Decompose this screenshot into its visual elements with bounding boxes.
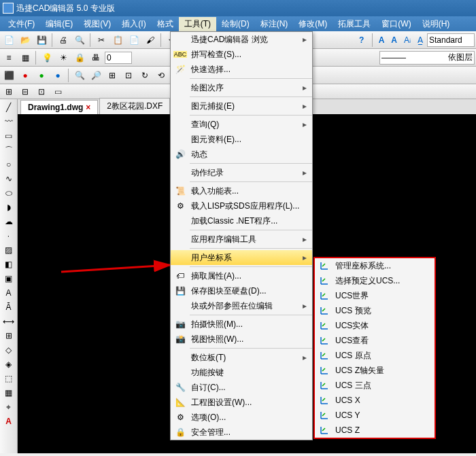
menu-insert[interactable]: 插入(I) xyxy=(116,17,151,31)
tb3-3[interactable]: ● xyxy=(34,68,49,83)
misc5-icon[interactable]: ⌖ xyxy=(1,400,16,414)
menu-item[interactable]: 用户坐标系▸ xyxy=(171,250,312,265)
text-a1[interactable]: A xyxy=(376,35,388,45)
menu-item[interactable]: 图元捕捉(E)▸ xyxy=(171,99,312,113)
menu-tools[interactable]: 工具(T) xyxy=(179,17,216,31)
menu-item[interactable]: 迅捷CAD编辑器 浏览▸ xyxy=(171,32,312,47)
menu-annotate[interactable]: 标注(N) xyxy=(255,17,294,31)
brush-icon[interactable]: 🖌 xyxy=(143,33,158,48)
menu-item[interactable]: 🔧自订(C)... xyxy=(171,380,312,395)
cut-icon[interactable]: ✂ xyxy=(94,33,109,48)
ucs-item[interactable]: UCS 三点 xyxy=(315,378,435,393)
misc3-icon[interactable]: ⬚ xyxy=(1,372,16,385)
menu-item[interactable]: 加载Classic .NET程序... xyxy=(171,213,312,228)
ucs-item[interactable]: UCS 预览 xyxy=(315,303,435,318)
menu-item[interactable]: 块或外部参照在位编辑▸ xyxy=(171,298,312,313)
new-icon[interactable]: 📄 xyxy=(1,33,16,48)
region-icon[interactable]: ◧ xyxy=(1,258,16,271)
menu-item[interactable]: 📸视图快照(W)... xyxy=(171,332,312,347)
spline-icon[interactable]: ∿ xyxy=(1,172,16,186)
menu-item[interactable]: 📷拍摄快照(M)... xyxy=(171,317,312,332)
rect-icon[interactable]: ▭ xyxy=(1,129,16,143)
tb4-2[interactable]: ⊟ xyxy=(18,84,33,99)
menu-item[interactable]: 绘图次序▸ xyxy=(171,80,312,95)
polyline-icon[interactable]: 〰 xyxy=(1,115,16,128)
bulb-icon[interactable]: 💡 xyxy=(39,50,54,65)
text-a4[interactable]: A̲ xyxy=(415,35,426,45)
menu-item[interactable]: 查询(Q)▸ xyxy=(171,117,312,132)
menu-file[interactable]: 文件(F) xyxy=(3,17,40,31)
ellipse-icon[interactable]: ⬭ xyxy=(1,186,16,200)
sun-icon[interactable]: ☀ xyxy=(56,50,71,65)
misc6-icon[interactable]: A xyxy=(1,415,16,428)
menu-help[interactable]: 说明(H) xyxy=(417,17,456,31)
menu-item[interactable]: 🏷摘取属性(A)... xyxy=(171,268,312,283)
save-icon[interactable]: 💾 xyxy=(34,33,49,48)
tb3-5[interactable]: 🔍 xyxy=(72,68,87,83)
ucs-item[interactable]: 选择预定义UCS... xyxy=(315,273,435,288)
menu-edit[interactable]: 编辑(E) xyxy=(40,17,78,31)
style-combo[interactable]: Standard xyxy=(427,33,475,47)
menu-item[interactable]: 功能按键 xyxy=(171,365,312,380)
menu-item[interactable]: 💾保存图块至硬盘(D)... xyxy=(171,283,312,298)
ucs-item[interactable]: UCS 原点 xyxy=(315,348,435,363)
menu-item[interactable]: 图元资料(E)... xyxy=(171,132,312,147)
paste-icon[interactable]: 📄 xyxy=(126,33,141,48)
ucs-item[interactable]: UCS X xyxy=(315,393,435,408)
table-icon[interactable]: ⊞ xyxy=(1,329,16,343)
ucs-item[interactable]: UCS世界 xyxy=(315,288,435,303)
layer-input[interactable] xyxy=(105,52,132,64)
linetype-combo[interactable]: ———依图层 xyxy=(379,51,475,65)
open-icon[interactable]: 📂 xyxy=(18,33,33,48)
menu-window[interactable]: 窗口(W) xyxy=(376,17,416,31)
menu-item[interactable]: 🪄快速选择... xyxy=(171,62,312,77)
tb3-10[interactable]: ⟲ xyxy=(154,68,169,83)
menu-item[interactable]: 📜载入功能表... xyxy=(171,183,312,198)
tb3-7[interactable]: ⊞ xyxy=(105,68,120,83)
block-icon[interactable]: ▣ xyxy=(1,272,16,285)
tab-flower[interactable]: 2教区花园.DXF xyxy=(99,98,170,114)
menu-item[interactable]: 数位板(T)▸ xyxy=(171,350,312,365)
help-icon[interactable]: ? xyxy=(354,33,369,48)
tb3-2[interactable]: ● xyxy=(18,68,33,83)
ucs-item[interactable]: UCS Z轴矢量 xyxy=(315,363,435,378)
menu-item[interactable]: ABC拼写检查(S)... xyxy=(171,47,312,62)
menu-expand[interactable]: 拓展工具 xyxy=(333,17,376,31)
menu-draw[interactable]: 绘制(D) xyxy=(216,17,255,31)
text-a2[interactable]: A xyxy=(388,35,400,45)
circle-icon[interactable]: ○ xyxy=(1,158,16,171)
close-icon[interactable]: × xyxy=(86,103,90,112)
menu-item[interactable]: 动作纪录▸ xyxy=(171,165,312,180)
menu-item[interactable]: 🔊动态 xyxy=(171,147,312,162)
menu-format[interactable]: 格式 xyxy=(152,17,179,31)
dim-icon[interactable]: ⟷ xyxy=(1,315,16,328)
tb4-4[interactable]: ▭ xyxy=(50,84,65,99)
menu-item[interactable]: ⚙选项(O)... xyxy=(171,410,312,425)
tb4-1[interactable]: ⊞ xyxy=(1,84,16,99)
tb3-6[interactable]: 🔎 xyxy=(88,68,103,83)
text-a3[interactable]: Aᵢ xyxy=(401,35,413,45)
ucs-item[interactable]: UCS Y xyxy=(315,408,435,423)
text-icon[interactable]: A xyxy=(1,286,16,300)
misc2-icon[interactable]: ◈ xyxy=(1,357,16,371)
print2-icon[interactable]: 🖶 xyxy=(88,50,103,65)
point-icon[interactable]: · xyxy=(1,229,16,243)
mtext-icon[interactable]: Ā xyxy=(1,300,16,314)
menu-modify[interactable]: 修改(M) xyxy=(293,17,333,31)
tb3-8[interactable]: ⊡ xyxy=(121,68,136,83)
preview-icon[interactable]: 🔍 xyxy=(72,33,87,48)
layer-icon[interactable]: ≡ xyxy=(1,50,16,65)
lock-icon[interactable]: 🔒 xyxy=(72,50,87,65)
tb3-4[interactable]: ● xyxy=(50,68,65,83)
ucs-item[interactable]: UCS实体 xyxy=(315,318,435,333)
menu-item[interactable]: 📐工程图设置(W)... xyxy=(171,395,312,410)
menu-item[interactable]: ⚙载入LISP或SDS应用程序(L)... xyxy=(171,198,312,213)
arc-icon[interactable]: ⌒ xyxy=(1,143,16,157)
misc1-icon[interactable]: ◇ xyxy=(1,343,16,357)
print-icon[interactable]: 🖨 xyxy=(56,33,71,48)
menu-item[interactable]: 🔒安全管理... xyxy=(171,425,312,440)
earc-icon[interactable]: ◗ xyxy=(1,200,16,214)
misc4-icon[interactable]: ▦ xyxy=(1,386,16,400)
tb3-9[interactable]: ↻ xyxy=(137,68,152,83)
layers-icon[interactable]: ▦ xyxy=(18,50,33,65)
